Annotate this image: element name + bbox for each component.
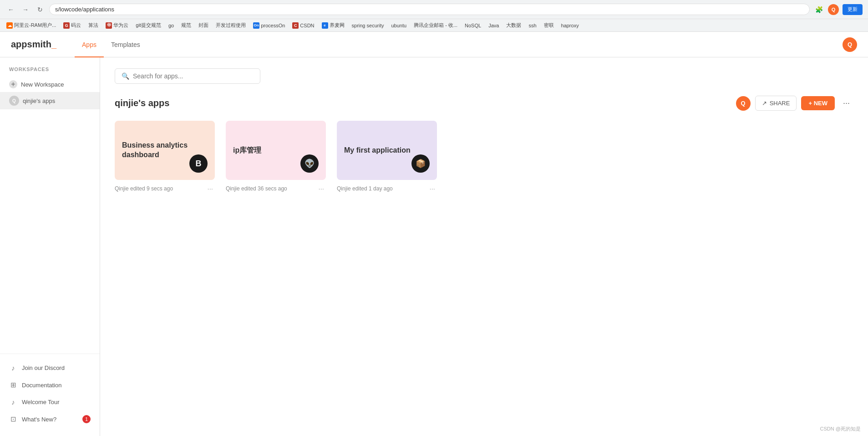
back-button[interactable]: ← xyxy=(5,4,16,15)
forward-button[interactable]: → xyxy=(20,4,31,15)
bookmark-cover[interactable]: 封面 xyxy=(196,21,211,30)
address-bar[interactable]: s/lowcode/applications xyxy=(49,4,810,15)
content-area: 🔍 qinjie's apps Q ↗ SHARE + NEW ··· Bu xyxy=(100,57,868,436)
app-card-icon: 👽 xyxy=(300,154,319,173)
bookmark-springsec[interactable]: spring security xyxy=(349,22,387,29)
app-card-meta: Qinjie edited 1 day ago··· xyxy=(337,184,437,193)
share-button[interactable]: ↗ SHARE xyxy=(755,96,797,111)
app-card[interactable]: ip库管理👽 xyxy=(226,121,326,180)
sidebar: WORKSPACES + New Workspace Q qinjie's ap… xyxy=(0,57,100,436)
share-icon: ↗ xyxy=(762,100,767,107)
top-nav: appsmith_ Apps Templates Q xyxy=(0,32,868,57)
app-card-more-button[interactable]: ··· xyxy=(427,184,437,193)
search-input[interactable] xyxy=(133,72,254,80)
app-card-timestamp: Qinjie edited 1 day ago xyxy=(337,185,393,192)
new-button[interactable]: + NEW xyxy=(801,96,835,110)
apps-grid: Business analytics dashboardBQinjie edit… xyxy=(115,121,853,193)
bookmarks-bar: ☁ 阿里云-RAM用户... G 码云 算法 华 华为云 git提交规范 go … xyxy=(0,19,868,31)
bookmark-gitee[interactable]: G 码云 xyxy=(61,21,84,30)
more-options-button[interactable]: ··· xyxy=(839,95,853,112)
bookmark-huawei[interactable]: 华 华为云 xyxy=(103,21,131,30)
bookmark-algo[interactable]: 算法 xyxy=(86,21,101,30)
app-card-icon: B xyxy=(189,154,208,173)
search-bar: 🔍 xyxy=(115,68,260,84)
app-card-wrapper: ip库管理👽Qinjie edited 36 secs ago··· xyxy=(226,121,326,193)
share-label: SHARE xyxy=(770,100,790,107)
bookmark-java[interactable]: Java xyxy=(486,22,502,29)
bookmark-git[interactable]: git提交规范 xyxy=(133,21,164,30)
main-content: WORKSPACES + New Workspace Q qinjie's ap… xyxy=(0,57,868,436)
app-card-wrapper: Business analytics dashboardBQinjie edit… xyxy=(115,121,215,193)
app-card[interactable]: Business analytics dashboardB xyxy=(115,121,215,180)
bookmark-alicloud[interactable]: ☁ 阿里云-RAM用户... xyxy=(4,21,59,30)
docs-icon: ⊞ xyxy=(9,381,17,389)
app-card-timestamp: Qinjie edited 36 secs ago xyxy=(226,185,287,192)
docs-label: Documentation xyxy=(22,382,61,389)
footer-label: CSDN @死的知是 xyxy=(820,426,861,432)
search-icon: 🔍 xyxy=(122,72,129,80)
browser-chrome: ← → ↻ s/lowcode/applications 🧩 Q 更新 ☁ 阿里… xyxy=(0,0,868,32)
tour-label: Welcome Tour xyxy=(22,399,60,405)
app-card-name: My first application xyxy=(344,146,430,155)
whats-new-icon: ⊡ xyxy=(9,415,17,423)
add-workspace-icon: + xyxy=(9,80,17,88)
extensions-button[interactable]: 🧩 xyxy=(813,4,824,15)
workspace-actions: Q ↗ SHARE + NEW ··· xyxy=(736,95,853,112)
bookmark-csdn[interactable]: C CSDN xyxy=(289,21,317,30)
sidebar-item-tour[interactable]: ♪ Welcome Tour xyxy=(0,394,100,410)
app-card-more-button[interactable]: ··· xyxy=(205,184,215,193)
bookmark-nosql[interactable]: NoSQL xyxy=(462,22,484,29)
bookmark-ubuntu[interactable]: ubuntu xyxy=(388,22,409,29)
update-button[interactable]: 更新 xyxy=(843,4,863,15)
app-card-wrapper: My first application📦Qinjie edited 1 day… xyxy=(337,121,437,193)
discord-icon: ♪ xyxy=(9,364,17,372)
bookmark-go[interactable]: go xyxy=(166,22,177,29)
bookmark-milian[interactable]: 密联 xyxy=(541,21,557,30)
sidebar-item-docs[interactable]: ⊞ Documentation xyxy=(0,376,100,394)
bookmark-devuse[interactable]: 开发过程使用 xyxy=(213,21,249,30)
browser-toolbar: ← → ↻ s/lowcode/applications 🧩 Q 更新 xyxy=(0,0,868,19)
app-card-more-button[interactable]: ··· xyxy=(316,184,326,193)
workspace-title: qinjie's apps xyxy=(115,98,169,108)
discord-label: Join our Discord xyxy=(22,364,65,371)
tab-templates[interactable]: Templates xyxy=(104,32,147,57)
app-card-icon: 📦 xyxy=(411,154,430,173)
profile-button[interactable]: Q xyxy=(828,4,839,15)
bookmark-tencent[interactable]: 腾讯企业邮箱 - 收... xyxy=(411,21,460,30)
new-workspace-label: New Workspace xyxy=(21,81,64,88)
app-card-meta: Qinjie edited 9 secs ago··· xyxy=(115,184,215,193)
workspace-icon: Q xyxy=(9,96,19,106)
workspace-name-label: qinjie's apps xyxy=(23,97,55,104)
bookmark-norm[interactable]: 规范 xyxy=(178,21,194,30)
sidebar-item-workspace[interactable]: Q qinjie's apps xyxy=(0,92,100,109)
sidebar-item-whats-new[interactable]: ⊡ What's New? 1 xyxy=(0,410,100,428)
bookmark-bigdata[interactable]: 大数据 xyxy=(503,21,524,30)
app-card-timestamp: Qinjie edited 9 secs ago xyxy=(115,185,173,192)
whats-new-label: What's New? xyxy=(22,416,56,423)
bookmark-yangmai[interactable]: e 养麦网 xyxy=(319,21,347,30)
bookmark-ssh[interactable]: ssh xyxy=(526,22,539,29)
app-card[interactable]: My first application📦 xyxy=(337,121,437,180)
tab-apps[interactable]: Apps xyxy=(75,32,104,57)
bookmark-haproxy[interactable]: haproxy xyxy=(558,22,582,29)
top-nav-tabs: Apps Templates xyxy=(75,32,147,57)
logo: appsmith_ xyxy=(11,39,56,50)
workspace-header: qinjie's apps Q ↗ SHARE + NEW ··· xyxy=(115,95,853,112)
sidebar-bottom: ♪ Join our Discord ⊞ Documentation ♪ Wel… xyxy=(0,354,100,428)
app-layout: appsmith_ Apps Templates Q WORKSPACES + … xyxy=(0,32,868,436)
top-nav-right: Q xyxy=(843,37,857,52)
app-card-meta: Qinjie edited 36 secs ago··· xyxy=(226,184,326,193)
user-avatar[interactable]: Q xyxy=(843,37,857,52)
workspace-q-avatar[interactable]: Q xyxy=(736,96,751,111)
whats-new-badge: 1 xyxy=(82,415,91,423)
logo-underscore: _ xyxy=(51,39,56,49)
sidebar-item-new-workspace[interactable]: + New Workspace xyxy=(0,77,100,92)
tour-icon: ♪ xyxy=(9,398,17,406)
bookmark-processon[interactable]: On processOn xyxy=(250,21,288,30)
sidebar-item-discord[interactable]: ♪ Join our Discord xyxy=(0,359,100,376)
app-card-name: ip库管理 xyxy=(233,146,319,155)
sidebar-section-workspaces: WORKSPACES xyxy=(0,67,100,72)
reload-button[interactable]: ↻ xyxy=(35,4,46,15)
